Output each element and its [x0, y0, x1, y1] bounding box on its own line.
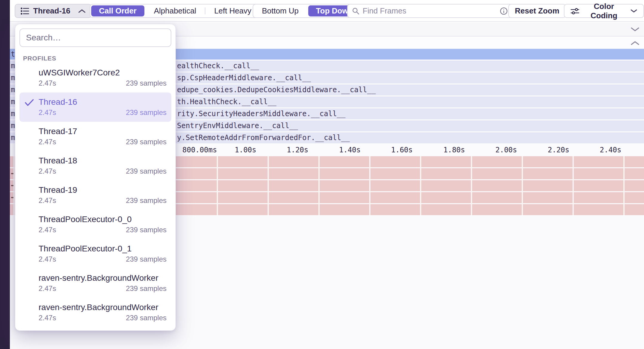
- profile-sample-count: 239 samples: [126, 225, 167, 235]
- profile-sample-count: 239 samples: [126, 313, 167, 323]
- profile-sample-count: 239 samples: [126, 284, 167, 293]
- axis-tick-label: 1.40s: [339, 146, 361, 154]
- flame-row-label: y.SetRemoteAddrFromForwardedFor.__call__: [177, 133, 350, 142]
- flame-row-label: SentryEnvMiddleware.__call__: [177, 122, 298, 130]
- flame-row-clipped-label: m: [11, 74, 15, 82]
- tab-call-order[interactable]: Call Order: [91, 5, 144, 16]
- span-clipped-label: [11, 185, 13, 186]
- axis-tick-label: 1.60s: [391, 146, 413, 154]
- find-frames-input[interactable]: [363, 6, 497, 16]
- flame-row-clipped-label: m: [11, 122, 15, 130]
- flame-row-label: ealthCheck.__call__: [177, 62, 259, 70]
- tab-alphabetical[interactable]: Alphabetical: [146, 5, 204, 16]
- profile-option[interactable]: Thread-182.47s239 samples: [19, 151, 171, 180]
- axis-tick-label: 1.20s: [287, 146, 308, 154]
- sort-order-segmented-control: Call OrderAlphabeticalLeft Heavy: [90, 4, 261, 18]
- profile-option[interactable]: ThreadPoolExecutor-0_12.47s239 samples: [19, 239, 171, 268]
- profile-sample-count: 239 samples: [126, 78, 167, 88]
- profile-name: uWSGIWorker7Core2: [39, 68, 167, 78]
- profile-name: raven-sentry.BackgroundWorker: [39, 302, 167, 312]
- thread-selector-label: Thread-16: [33, 6, 70, 16]
- flame-row-clipped-label: m: [11, 110, 15, 118]
- checkmark-icon: [24, 98, 34, 107]
- span-column-separator: [369, 156, 370, 215]
- span-column-separator: [13, 156, 15, 215]
- span-column-separator: [623, 156, 625, 215]
- profile-duration: 2.47s: [39, 166, 56, 176]
- profile-name: ThreadPoolExecutor-0_0: [39, 214, 167, 224]
- profile-duration: 2.47s: [39, 108, 56, 117]
- left-nav-strip: [0, 0, 10, 349]
- axis-tick-label: 2.40s: [600, 146, 621, 154]
- span-column-separator: [522, 156, 523, 215]
- profile-option[interactable]: Thread-162.47s239 samples: [19, 92, 171, 122]
- dropdown-search-input[interactable]: [19, 28, 171, 47]
- flame-row-label: edupe_cookies.DedupeCookiesMiddleware.__…: [177, 86, 376, 94]
- profile-duration: 2.47s: [39, 196, 56, 205]
- flame-row-label: sp.CspHeaderMiddleware.__call__: [177, 74, 311, 82]
- span-column-separator: [268, 156, 269, 215]
- sliders-icon: [570, 7, 579, 15]
- find-frames-field[interactable]: [347, 4, 513, 18]
- profile-duration: 2.47s: [39, 78, 56, 88]
- profile-name: Thread-19: [39, 185, 167, 195]
- info-icon[interactable]: [500, 7, 508, 15]
- axis-tick-label: 2.20s: [548, 146, 569, 154]
- reset-zoom-button[interactable]: Reset Zoom: [508, 4, 566, 18]
- profile-name: Thread-18: [39, 156, 167, 166]
- flame-row-clipped-label: m: [11, 133, 15, 142]
- profile-option[interactable]: Thread-192.47s239 samples: [19, 180, 171, 210]
- tab-bottom-up[interactable]: Bottom Up: [254, 5, 306, 16]
- segment-divider: [205, 7, 205, 14]
- flame-row-clipped-label: t: [11, 50, 15, 58]
- profile-sample-count: 239 samples: [126, 166, 167, 176]
- thread-selector-dropdown: PROFILES uWSGIWorker7Core22.47s239 sampl…: [15, 24, 176, 331]
- profile-name: raven-sentry.BackgroundWorker: [39, 273, 167, 283]
- profile-sample-count: 239 samples: [126, 108, 167, 117]
- axis-tick-label: 800.00ms: [182, 146, 217, 154]
- chevron-down-icon[interactable]: [630, 27, 640, 32]
- profile-option[interactable]: ThreadPoolExecutor-0_02.47s239 samples: [19, 210, 171, 239]
- profile-duration: 2.47s: [39, 225, 56, 235]
- profile-duration: 2.47s: [39, 284, 56, 293]
- axis-tick-label: 1.00s: [235, 146, 256, 154]
- profile-name: ThreadPoolExecutor-0_1: [39, 244, 167, 254]
- list-icon: [21, 7, 30, 15]
- chevron-up-icon[interactable]: [630, 40, 640, 45]
- profile-duration: 2.47s: [39, 313, 56, 323]
- profile-name: Thread-17: [39, 126, 167, 136]
- profile-option[interactable]: uWSGIWorker7Core22.47s239 samples: [19, 63, 171, 92]
- axis-tick-label: 1.80s: [443, 146, 465, 154]
- search-icon: [352, 7, 360, 15]
- profile-sample-count: 239 samples: [126, 137, 167, 147]
- direction-segmented-control: Bottom UpTop Down: [253, 4, 362, 18]
- flame-row-clipped-label: m: [11, 98, 15, 106]
- toolbar: Thread-16 Call OrderAlphabeticalLeft Hea…: [10, 0, 644, 22]
- axis-tick-label: 2.00s: [495, 146, 517, 154]
- profile-duration: 2.47s: [39, 254, 56, 264]
- reset-zoom-label: Reset Zoom: [515, 6, 559, 16]
- profile-name: Thread-16: [39, 97, 167, 107]
- profile-option[interactable]: Thread-172.47s239 samples: [19, 122, 171, 151]
- flame-row-label: rity.SecurityHeadersMiddleware.__call__: [177, 110, 346, 118]
- profile-sample-count: 239 samples: [126, 196, 167, 205]
- color-coding-button[interactable]: Color Coding: [564, 4, 644, 18]
- span-column-separator: [471, 156, 472, 215]
- chevron-up-icon: [78, 9, 86, 13]
- span-column-separator: [217, 156, 218, 215]
- flame-row-clipped-label: m: [11, 86, 15, 94]
- color-coding-label: Color Coding: [582, 2, 625, 20]
- span-column-separator: [318, 156, 320, 215]
- profiles-section-label: PROFILES: [23, 55, 171, 62]
- flame-row-label: th.HealthCheck.__call__: [177, 98, 276, 106]
- profile-option[interactable]: raven-sentry.BackgroundWorker2.47s239 sa…: [19, 268, 171, 298]
- span-clipped-label: [11, 173, 13, 174]
- profile-sample-count: 239 samples: [126, 254, 167, 264]
- tab-left-heavy[interactable]: Left Heavy: [206, 5, 259, 16]
- thread-selector-button[interactable]: Thread-16: [15, 4, 92, 18]
- profiles-list: uWSGIWorker7Core22.47s239 samplesThread-…: [19, 63, 171, 327]
- chevron-down-icon: [630, 9, 637, 13]
- profile-duration: 2.47s: [39, 137, 56, 147]
- flame-row-clipped-label: m: [11, 62, 15, 70]
- profile-option[interactable]: raven-sentry.BackgroundWorker2.47s239 sa…: [19, 298, 171, 327]
